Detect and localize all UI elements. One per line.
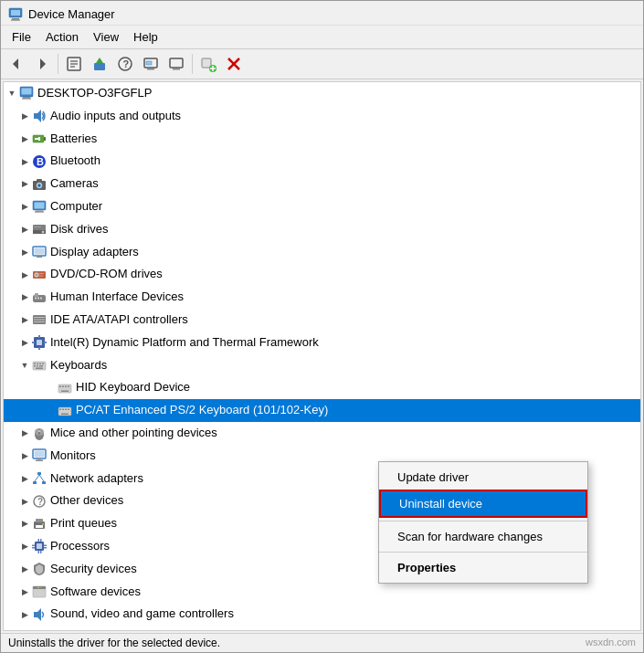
menu-action[interactable]: Action	[38, 27, 86, 47]
sound-arrow: ▶	[18, 608, 31, 621]
bluetooth-arrow: ▶	[18, 155, 31, 168]
keyboards-label: Keyboards	[50, 356, 107, 375]
tree-dvd[interactable]: ▶ DVD/CD-ROM drives	[4, 263, 640, 286]
tree-sound[interactable]: ▶ Sound, video and game controllers	[4, 603, 640, 626]
svg-rect-103	[33, 481, 37, 484]
tree-display[interactable]: ▶ Display adapters	[4, 241, 640, 264]
root-expand-arrow: ▼	[5, 87, 18, 100]
watermark: wsxdn.com	[586, 637, 636, 648]
cameras-icon	[31, 176, 48, 193]
tree-hid-keyboard[interactable]: ▶ HID Keyboard Device	[4, 376, 640, 399]
tree-storage[interactable]: ▶ Storage controllers	[4, 626, 640, 631]
ide-icon	[31, 311, 48, 328]
tree-keyboards[interactable]: ▼ Keyboards	[4, 354, 640, 377]
tree-root[interactable]: ▼ DESKTOP-O3FGFLP	[4, 82, 640, 105]
other-arrow: ▶	[18, 495, 31, 508]
pcat-icon	[57, 403, 73, 419]
update-driver-button[interactable]	[88, 52, 111, 76]
tree-mice[interactable]: ▶ Mice and other pointing devices	[4, 422, 640, 445]
computer-icon	[31, 198, 48, 215]
network-icon	[31, 470, 48, 487]
toolbar-sep-2	[192, 54, 193, 74]
display-icon	[31, 244, 48, 260]
svg-marker-5	[40, 58, 46, 69]
svg-rect-80	[39, 365, 43, 367]
menu-view[interactable]: View	[86, 27, 126, 47]
scan-button[interactable]	[139, 52, 163, 76]
hid-keyboard-icon	[57, 380, 73, 396]
ctx-properties[interactable]: Properties	[379, 555, 587, 580]
tree-intel[interactable]: ▶ Intel(R) Dynamic Platform and Thermal …	[4, 332, 640, 354]
ctx-update-driver[interactable]: Update driver	[379, 465, 587, 490]
svg-rect-60	[35, 297, 37, 299]
menu-file[interactable]: File	[5, 27, 38, 47]
svg-rect-77	[42, 363, 44, 364]
menu-bar: File Action View Help	[1, 26, 643, 48]
svg-rect-41	[37, 179, 42, 182]
tree-computer[interactable]: ▶ Computer	[4, 195, 640, 218]
svg-rect-3	[11, 20, 20, 21]
add-button[interactable]	[196, 52, 220, 76]
remove-button[interactable]	[222, 52, 246, 76]
svg-rect-19	[174, 68, 175, 70]
tree-bluetooth[interactable]: ▶ B Bluetooth	[4, 150, 640, 173]
ctx-sep-1	[379, 521, 587, 521]
software-arrow: ▶	[18, 585, 31, 598]
svg-rect-64	[34, 317, 45, 318]
svg-line-105	[35, 475, 39, 481]
svg-rect-85	[65, 385, 67, 387]
monitors-arrow: ▶	[18, 449, 31, 462]
svg-rect-81	[36, 367, 43, 369]
audio-label: Audio inputs and outputs	[50, 107, 181, 126]
tree-pcat-keyboard[interactable]: ▶ PC/AT Enhanced PS/2 Keyboard (101/102-…	[4, 399, 640, 422]
ctx-uninstall-device[interactable]: Uninstall device	[379, 490, 587, 518]
svg-point-127	[40, 587, 42, 589]
disk-label: Disk drives	[50, 220, 109, 239]
tree-ide[interactable]: ▶ IDE ATA/ATAPI controllers	[4, 309, 640, 332]
svg-rect-87	[61, 390, 69, 392]
svg-point-126	[37, 587, 39, 589]
svg-rect-118	[40, 551, 42, 553]
svg-rect-86	[68, 385, 69, 387]
svg-rect-124	[33, 586, 46, 589]
svg-line-106	[39, 475, 44, 481]
help-button[interactable]: ?	[113, 52, 137, 76]
svg-rect-116	[40, 539, 42, 542]
tree-cameras[interactable]: ▶ Cameras	[4, 173, 640, 195]
svg-rect-52	[37, 256, 42, 258]
forward-button[interactable]	[30, 52, 54, 76]
svg-rect-21	[202, 58, 211, 68]
svg-rect-45	[35, 212, 44, 213]
security-icon	[31, 561, 48, 577]
svg-rect-114	[37, 543, 42, 549]
svg-point-55	[36, 274, 37, 276]
tree-batteries[interactable]: ▶ Batteries	[4, 128, 640, 151]
audio-arrow: ▶	[18, 110, 31, 122]
svg-rect-65	[34, 320, 45, 321]
properties-button[interactable]	[62, 52, 86, 76]
computer-button[interactable]	[164, 52, 188, 76]
svg-rect-59	[35, 293, 38, 297]
svg-rect-102	[37, 472, 41, 475]
svg-rect-43	[35, 203, 45, 209]
hid-label: Human Interface Devices	[50, 288, 184, 307]
svg-rect-44	[36, 211, 43, 212]
print-icon	[31, 516, 48, 532]
tree-audio[interactable]: ▶ Audio inputs and outputs	[4, 105, 640, 128]
computer-arrow: ▶	[18, 200, 31, 213]
mice-icon	[31, 425, 48, 441]
svg-rect-117	[38, 551, 40, 553]
storage-label: Storage controllers	[50, 627, 150, 631]
tree-disk[interactable]: ▶ Disk drives	[4, 218, 640, 241]
svg-rect-70	[38, 347, 40, 350]
ctx-scan[interactable]: Scan for hardware changes	[379, 524, 587, 549]
tree-hid[interactable]: ▶ Human Interface Devices	[4, 286, 640, 309]
device-tree[interactable]: ▼ DESKTOP-O3FGFLP ▶	[3, 81, 641, 631]
menu-help[interactable]: Help	[126, 27, 165, 47]
back-button[interactable]	[5, 52, 28, 76]
svg-rect-75	[37, 363, 38, 364]
root-icon	[18, 85, 35, 101]
svg-marker-31	[34, 110, 41, 122]
tree-software[interactable]: ▶ Software devices	[4, 581, 640, 604]
svg-point-112	[42, 523, 44, 525]
